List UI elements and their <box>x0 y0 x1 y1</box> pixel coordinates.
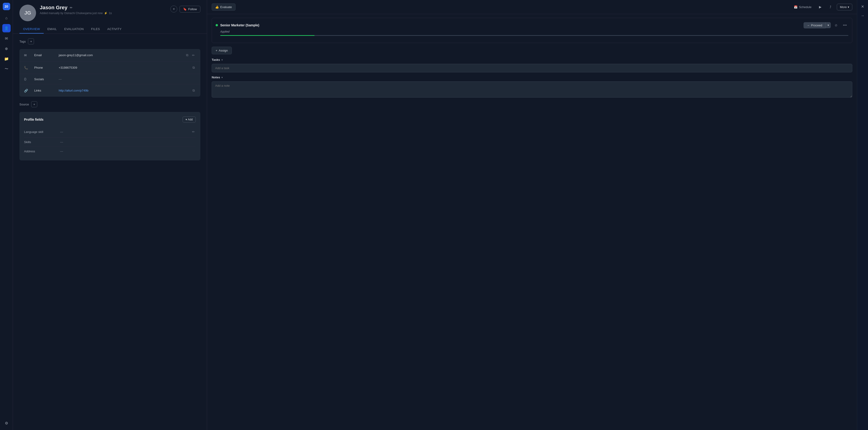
profile-body: Tags + ✉ Email jason-grey11@gmail.com ⧉ … <box>13 34 207 165</box>
copy-link-button[interactable]: ⧉ <box>192 88 196 93</box>
sidebar-item-activity[interactable]: 〜 <box>2 65 11 73</box>
job-status-dot <box>216 24 218 26</box>
right-panel: 👍 Evaluate 📅 Schedule ▶ ⤴ More ▾ <box>207 0 857 430</box>
links-actions: ⧉ <box>192 88 196 93</box>
right-panel-body: Senior Marketer (Sample) → Proceed ▾ ⊘ •… <box>207 14 857 102</box>
profile-info: Jason Grey ✏ Added manually by Osinachi … <box>40 5 166 15</box>
assign-button[interactable]: + Assign <box>212 47 232 54</box>
disqualify-button[interactable]: ⊘ <box>833 22 840 29</box>
copy-phone-button[interactable]: ⧉ <box>192 65 196 70</box>
tags-label: Tags <box>20 40 26 43</box>
profile-tabs: OVERVIEW EMAIL EVALUATION FILES ACTIVITY <box>13 25 207 34</box>
proceed-dropdown-button[interactable]: ▾ <box>826 22 831 28</box>
email-actions: ⧉ ✏ <box>185 52 196 58</box>
job-header: Senior Marketer (Sample) → Proceed ▾ ⊘ •… <box>216 22 848 29</box>
proceed-arrow-icon: → <box>807 24 810 27</box>
socials-label: Socials <box>34 78 55 81</box>
job-title: Senior Marketer (Sample) <box>220 23 804 27</box>
profile-panel: JG Jason Grey ✏ Added manually by Osinac… <box>13 0 207 430</box>
tags-row: Tags + <box>20 38 200 44</box>
add-field-button[interactable]: ▾ Add <box>183 117 196 123</box>
tasks-section-header[interactable]: Tasks ▾ <box>212 58 852 61</box>
tab-evaluation[interactable]: EVALUATION <box>61 25 87 33</box>
phone-actions: ⧉ <box>192 65 196 70</box>
schedule-button[interactable]: 📅 Schedule <box>792 4 814 10</box>
phone-icon: 📞 <box>24 66 31 69</box>
add-source-button[interactable]: + <box>31 101 37 107</box>
profile-fields-header: Profile fields ▾ Add <box>24 117 196 123</box>
calendar-icon: 📅 <box>794 5 798 9</box>
tab-activity[interactable]: ACTIVITY <box>103 25 125 33</box>
sidebar-item-folder[interactable]: 📁 <box>2 55 11 63</box>
profile-meta: Added manually by Osinachi Chukwujama ju… <box>40 11 166 15</box>
tasks-chevron-icon: ▾ <box>221 58 223 61</box>
links-value[interactable]: http://alturl.com/p749b <box>59 89 188 92</box>
job-actions: → Proceed ▾ ⊘ ••• <box>804 22 848 29</box>
add-task-input[interactable] <box>212 64 852 72</box>
chevron-down-icon: ▾ <box>848 5 849 9</box>
notes-section-header[interactable]: Notes ▾ <box>212 75 852 79</box>
socials-row: ⟨⟩ Socials — <box>20 74 200 84</box>
phone-label: Phone <box>34 66 55 69</box>
sidebar-item-inbox[interactable]: ✉ <box>2 34 11 42</box>
sidebar-item-settings[interactable]: ⚙ <box>2 419 11 427</box>
socials-value: — <box>59 78 196 81</box>
add-tag-button[interactable]: + <box>28 38 34 44</box>
profile-fields-title: Profile fields <box>24 118 43 121</box>
right-panel-header: 👍 Evaluate 📅 Schedule ▶ ⤴ More ▾ <box>207 0 857 14</box>
job-progress-track <box>220 35 848 36</box>
sidebar-item-home[interactable]: ⌂ <box>2 14 11 22</box>
sidebar: 20 ⌂ 👤 ✉ ⊕ 📁 〜 ⚙ <box>0 0 13 430</box>
notes-chevron-icon: ▾ <box>221 76 223 79</box>
add-button[interactable]: + <box>170 5 177 12</box>
evaluate-button[interactable]: 👍 Evaluate <box>212 3 236 11</box>
edit-name-icon[interactable]: ✏ <box>70 6 72 9</box>
email-row: ✉ Email jason-grey11@gmail.com ⧉ ✏ <box>20 49 200 61</box>
links-icon: 🔗 <box>24 89 31 92</box>
profile-fields-card: Profile fields ▾ Add Language skill — ✏ … <box>20 112 200 160</box>
phone-row: 📞 Phone +3198675309 ⧉ <box>20 61 200 74</box>
add-field-icon: ▾ <box>186 118 187 121</box>
field-label-address: Address <box>24 150 56 153</box>
profile-name-row: Jason Grey ✏ <box>40 5 166 11</box>
navigate-next-icon[interactable]: → <box>859 12 866 20</box>
field-label-skills: Skills <box>24 140 56 144</box>
tab-overview[interactable]: OVERVIEW <box>20 25 44 33</box>
add-note-textarea[interactable] <box>212 81 852 98</box>
field-value-skills: — <box>60 140 196 144</box>
proceed-button[interactable]: → Proceed <box>804 22 826 28</box>
links-row: 🔗 Links http://alturl.com/p749b ⧉ <box>20 84 200 97</box>
edit-email-button[interactable]: ✏ <box>191 53 196 58</box>
app-logo[interactable]: 20 <box>3 3 10 10</box>
tab-email[interactable]: EMAIL <box>44 25 61 33</box>
activity-icon: ⚡ <box>104 11 107 15</box>
job-more-button[interactable]: ••• <box>841 22 848 29</box>
bookmark-icon: 🔖 <box>183 7 187 11</box>
job-stage: Applied <box>220 30 848 33</box>
share-button[interactable]: ⤴ <box>827 3 834 11</box>
sidebar-item-people[interactable]: 👤 <box>2 24 11 32</box>
far-right-panel: ✕ → <box>857 0 868 430</box>
edit-language-button[interactable]: ✏ <box>191 129 196 134</box>
sidebar-item-add[interactable]: ⊕ <box>2 44 11 53</box>
field-row-language: Language skill — ✏ <box>24 126 196 137</box>
forward-icon: ▶ <box>819 5 822 9</box>
email-icon: ✉ <box>24 53 31 57</box>
socials-icon: ⟨⟩ <box>24 77 31 81</box>
field-value-address: — <box>60 150 196 153</box>
close-icon[interactable]: ✕ <box>859 3 866 10</box>
tasks-title: Tasks <box>212 58 220 61</box>
email-value: jason-grey11@gmail.com <box>59 53 181 57</box>
phone-value: +3198675309 <box>59 66 188 69</box>
follow-button[interactable]: 🔖 Follow <box>180 6 200 12</box>
main-area: JG Jason Grey ✏ Added manually by Osinac… <box>13 0 868 430</box>
forward-button[interactable]: ▶ <box>816 3 824 11</box>
profile-name: Jason Grey <box>40 5 67 11</box>
field-row-address: Address — <box>24 147 196 156</box>
copy-email-button[interactable]: ⧉ <box>185 52 189 58</box>
more-button[interactable]: More ▾ <box>837 4 852 10</box>
tab-files[interactable]: FILES <box>87 25 103 33</box>
notes-title: Notes <box>212 75 220 79</box>
contact-info-card: ✉ Email jason-grey11@gmail.com ⧉ ✏ 📞 Pho… <box>20 49 200 97</box>
avatar: JG <box>20 5 36 21</box>
